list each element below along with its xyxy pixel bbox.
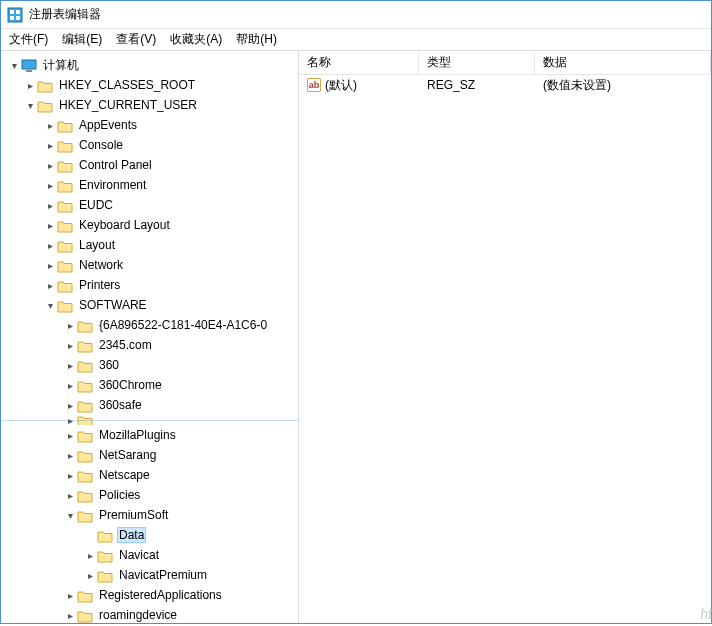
tree-pane[interactable]: ▾计算机▸HKEY_CLASSES_ROOT▾HKEY_CURRENT_USER…: [1, 51, 299, 623]
chevron-right-icon[interactable]: ▸: [63, 360, 77, 371]
menubar: 文件(F) 编辑(E) 查看(V) 收藏夹(A) 帮助(H): [1, 29, 711, 51]
chevron-right-icon[interactable]: ▸: [63, 490, 77, 501]
tree-node-hkcu-6[interactable]: ▸Layout: [1, 235, 298, 255]
col-header-name[interactable]: 名称: [299, 51, 419, 74]
chevron-right-icon[interactable]: ▸: [43, 140, 57, 151]
folder-icon: [37, 98, 53, 112]
value-name-cell: ab (默认): [299, 77, 419, 94]
tree-label: {6A896522-C181-40E4-A1C6-0: [97, 318, 269, 332]
chevron-right-icon[interactable]: ▸: [43, 120, 57, 131]
chevron-right-icon[interactable]: ▸: [63, 400, 77, 411]
tree-label: SOFTWARE: [77, 298, 149, 312]
folder-icon: [77, 608, 93, 622]
tree-node-hkcu-0[interactable]: ▸AppEvents: [1, 115, 298, 135]
tree-node-sw-a-3[interactable]: ▸360Chrome: [1, 375, 298, 395]
value-data: (数值未设置): [535, 77, 711, 94]
tree-label: Console: [77, 138, 125, 152]
tree-label: Printers: [77, 278, 122, 292]
menu-edit[interactable]: 编辑(E): [62, 31, 102, 48]
tree-node-sw-a-4[interactable]: ▸360safe: [1, 395, 298, 415]
tree-node-computer[interactable]: ▾计算机: [1, 55, 298, 75]
chevron-right-icon[interactable]: ▸: [63, 470, 77, 481]
folder-icon: [57, 138, 73, 152]
tree-label: Layout: [77, 238, 117, 252]
tree-node-hkcu-2[interactable]: ▸Control Panel: [1, 155, 298, 175]
tree-node-sw-a-1[interactable]: ▸2345.com: [1, 335, 298, 355]
tree-node-sw-a-0[interactable]: ▸{6A896522-C181-40E4-A1C6-0: [1, 315, 298, 335]
col-header-data[interactable]: 数据: [535, 51, 711, 74]
chevron-right-icon[interactable]: ▸: [43, 240, 57, 251]
svg-rect-4: [16, 16, 20, 20]
tree-node-hkcu-5[interactable]: ▸Keyboard Layout: [1, 215, 298, 235]
chevron-right-icon[interactable]: ▸: [83, 550, 97, 561]
tree-node-hkcu-8[interactable]: ▸Printers: [1, 275, 298, 295]
chevron-right-icon[interactable]: ▸: [63, 380, 77, 391]
chevron-down-icon[interactable]: ▾: [7, 60, 21, 71]
content-area: ▾计算机▸HKEY_CLASSES_ROOT▾HKEY_CURRENT_USER…: [1, 51, 711, 623]
chevron-right-icon[interactable]: ▸: [63, 590, 77, 601]
folder-icon: [57, 158, 73, 172]
svg-rect-3: [10, 16, 14, 20]
folder-icon: [77, 508, 93, 522]
tree-node-ps-1[interactable]: ▸Navicat: [1, 545, 298, 565]
titlebar: 注册表编辑器: [1, 1, 711, 29]
registry-editor-window: 注册表编辑器 文件(F) 编辑(E) 查看(V) 收藏夹(A) 帮助(H) ▾计…: [0, 0, 712, 624]
folder-icon: [57, 258, 73, 272]
tree-label: 计算机: [41, 57, 81, 74]
watermark: ht: [700, 606, 712, 622]
tree-node-cut: ▸: [1, 415, 298, 425]
tree-node-hkcu-7[interactable]: ▸Network: [1, 255, 298, 275]
tree-node-ps-2[interactable]: ▸NavicatPremium: [1, 565, 298, 585]
tree-node-sw-b-3[interactable]: ▸Policies: [1, 485, 298, 505]
menu-view[interactable]: 查看(V): [116, 31, 156, 48]
chevron-right-icon[interactable]: ▸: [83, 570, 97, 581]
tree-label: Navicat: [117, 548, 161, 562]
tree-node-sw-t-1[interactable]: ▸roamingdevice: [1, 605, 298, 623]
chevron-right-icon[interactable]: ▸: [63, 430, 77, 441]
folder-icon: [37, 78, 53, 92]
chevron-right-icon[interactable]: ▸: [43, 220, 57, 231]
tree-label: 360: [97, 358, 121, 372]
list-header: 名称 类型 数据: [299, 51, 711, 75]
tree-node-software[interactable]: ▾SOFTWARE: [1, 295, 298, 315]
menu-fav[interactable]: 收藏夹(A): [170, 31, 222, 48]
folder-icon: [77, 398, 93, 412]
tree-node-sw-b-0[interactable]: ▸MozillaPlugins: [1, 425, 298, 445]
tree-node-sw-t-0[interactable]: ▸RegisteredApplications: [1, 585, 298, 605]
menu-help[interactable]: 帮助(H): [236, 31, 277, 48]
chevron-right-icon[interactable]: ▸: [63, 450, 77, 461]
tree-node-hkcr[interactable]: ▸HKEY_CLASSES_ROOT: [1, 75, 298, 95]
list-body[interactable]: ab (默认) REG_SZ (数值未设置): [299, 75, 711, 623]
col-header-type[interactable]: 类型: [419, 51, 535, 74]
folder-icon: [97, 568, 113, 582]
folder-icon: [57, 298, 73, 312]
tree-node-hkcu-1[interactable]: ▸Console: [1, 135, 298, 155]
tree-node-sw-a-2[interactable]: ▸360: [1, 355, 298, 375]
chevron-right-icon[interactable]: ▸: [63, 340, 77, 351]
tree-node-premiumsoft[interactable]: ▾PremiumSoft: [1, 505, 298, 525]
tree-label: NavicatPremium: [117, 568, 209, 582]
tree-node-sw-b-1[interactable]: ▸NetSarang: [1, 445, 298, 465]
chevron-down-icon[interactable]: ▾: [23, 100, 37, 111]
chevron-down-icon[interactable]: ▾: [63, 510, 77, 521]
chevron-right-icon[interactable]: ▸: [43, 160, 57, 171]
folder-icon: [77, 588, 93, 602]
chevron-right-icon[interactable]: ▸: [43, 260, 57, 271]
folder-icon: [77, 468, 93, 482]
value-name: (默认): [325, 77, 357, 94]
tree-node-hkcu[interactable]: ▾HKEY_CURRENT_USER: [1, 95, 298, 115]
value-row[interactable]: ab (默认) REG_SZ (数值未设置): [299, 75, 711, 95]
tree-node-hkcu-4[interactable]: ▸EUDC: [1, 195, 298, 215]
chevron-right-icon[interactable]: ▸: [43, 280, 57, 291]
chevron-down-icon[interactable]: ▾: [43, 300, 57, 311]
tree-node-ps-0[interactable]: ▸Data: [1, 525, 298, 545]
tree-node-sw-b-2[interactable]: ▸Netscape: [1, 465, 298, 485]
tree-node-hkcu-3[interactable]: ▸Environment: [1, 175, 298, 195]
chevron-right-icon[interactable]: ▸: [63, 610, 77, 621]
chevron-right-icon[interactable]: ▸: [43, 180, 57, 191]
chevron-right-icon[interactable]: ▸: [43, 200, 57, 211]
registry-tree[interactable]: ▾计算机▸HKEY_CLASSES_ROOT▾HKEY_CURRENT_USER…: [1, 55, 298, 623]
chevron-right-icon[interactable]: ▸: [63, 320, 77, 331]
chevron-right-icon[interactable]: ▸: [23, 80, 37, 91]
menu-file[interactable]: 文件(F): [9, 31, 48, 48]
